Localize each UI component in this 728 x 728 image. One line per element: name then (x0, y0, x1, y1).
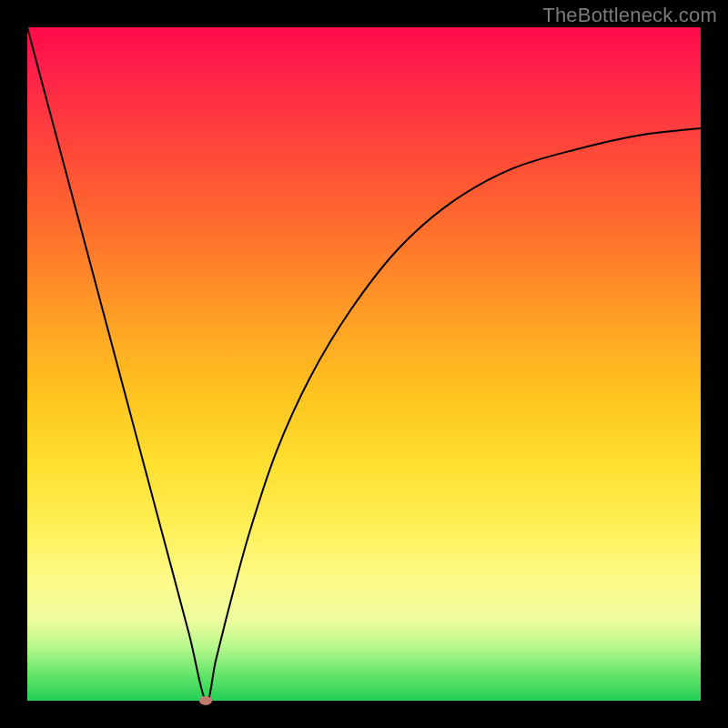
watermark-text: TheBottleneck.com (542, 4, 717, 27)
bottleneck-curve (27, 27, 701, 701)
chart-stage: TheBottleneck.com (0, 0, 728, 728)
plot-area (27, 27, 701, 701)
min-marker (199, 696, 212, 705)
